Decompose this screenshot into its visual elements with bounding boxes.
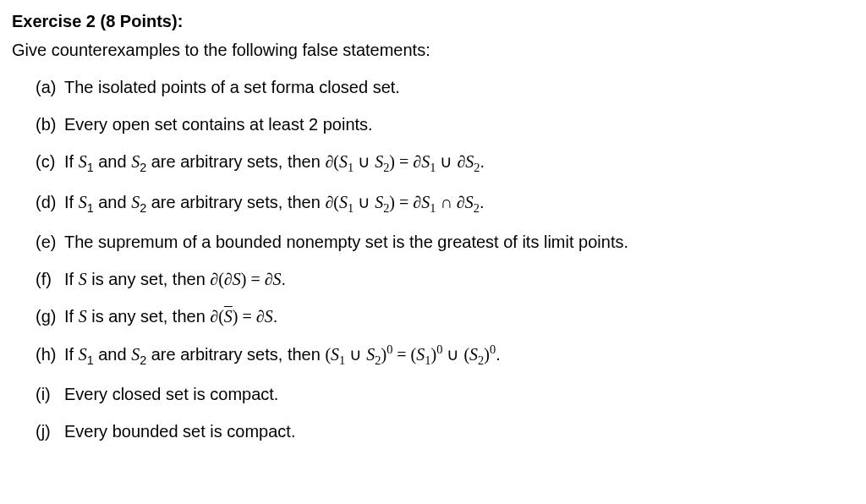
item-label: (h) [36,342,64,367]
list-item: (i) Every closed set is compact. [36,381,854,407]
list-item: (b) Every open set contains at least 2 p… [36,112,854,137]
list-item: (c) If S1 and S2 are arbitrary sets, the… [36,149,854,178]
item-text: If S is any set, then ∂(S) = ∂S. [64,304,854,329]
item-label: (c) [36,149,64,174]
item-text: Every open set contains at least 2 point… [64,112,854,137]
list-item: (h) If S1 and S2 are arbitrary sets, the… [36,341,854,370]
item-label: (d) [36,189,64,215]
item-label: (g) [36,304,64,329]
list-item: (g) If S is any set, then ∂(S) = ∂S. [36,304,854,329]
list-item: (e) The supremum of a bounded nonempty s… [36,229,854,255]
list-item: (a) The isolated points of a set forma c… [36,74,854,100]
items-container: (a) The isolated points of a set forma c… [12,74,854,444]
exercise-heading: Exercise 2 (8 Points): [12,8,854,34]
item-text: If S1 and S2 are arbitrary sets, then (S… [64,341,854,370]
item-text: If S1 and S2 are arbitrary sets, then ∂(… [64,149,854,178]
item-label: (f) [36,266,64,292]
item-label: (b) [36,112,64,137]
item-text: If S1 and S2 are arbitrary sets, then ∂(… [64,189,854,218]
exercise-instruction: Give counterexamples to the following fa… [12,37,854,63]
item-text: Every closed set is compact. [64,381,854,407]
item-label: (i) [36,381,64,407]
list-item: (f) If S is any set, then ∂(∂S) = ∂S. [36,266,854,292]
list-item: (j) Every bounded set is compact. [36,419,854,444]
item-text: The supremum of a bounded nonempty set i… [64,229,854,255]
item-text: The isolated points of a set forma close… [64,74,854,100]
item-label: (e) [36,229,64,255]
item-text: Every bounded set is compact. [64,419,854,444]
item-label: (a) [36,74,64,100]
item-label: (j) [36,419,64,444]
item-text: If S is any set, then ∂(∂S) = ∂S. [64,266,854,292]
list-item: (d) If S1 and S2 are arbitrary sets, the… [36,189,854,218]
